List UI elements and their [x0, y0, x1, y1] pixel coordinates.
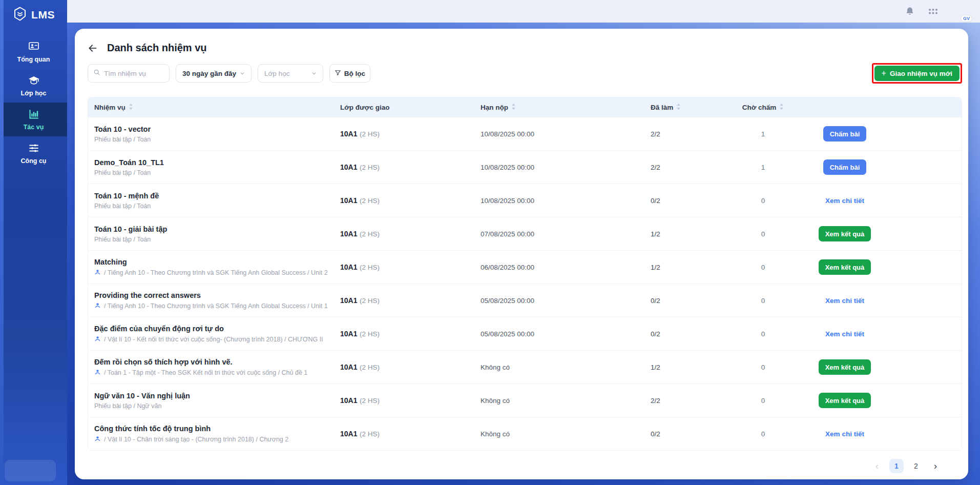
class-size: (2 HS) [360, 130, 380, 138]
view-details-link[interactable]: Xem chi tiết [825, 330, 864, 338]
task-subtitle-text: Phiếu bài tập / Toán [94, 169, 151, 176]
task-subtitle-text: Phiếu bài tập / Toán [94, 203, 151, 210]
grade-button[interactable]: Chấm bài [823, 159, 867, 175]
view-results-button[interactable]: Xem kết quả [819, 226, 871, 241]
user-avatar[interactable]: GV [951, 3, 969, 20]
task-title: Providing the correct answers [94, 291, 335, 299]
pagination-next-icon[interactable]: › [928, 459, 943, 473]
class-filter-dropdown[interactable]: Lớp học [258, 64, 323, 83]
pending-count-cell: 0 [722, 363, 804, 371]
new-task-button-label: Giao nhiệm vụ mới [890, 70, 952, 77]
sort-icon[interactable] [676, 103, 681, 112]
class-name: 10A1 [340, 296, 357, 305]
task-title: Đếm rồi chọn số thích hợp với hình vẽ. [94, 358, 335, 366]
pending-count-cell: 0 [722, 197, 804, 205]
class-cell: 10A1 (2 HS) [335, 196, 472, 205]
app-logo[interactable]: LMS [0, 0, 67, 30]
action-cell: Xem chi tiết [804, 197, 962, 205]
done-count-cell: 0/2 [644, 430, 722, 438]
view-results-button[interactable]: Xem kết quả [819, 393, 871, 408]
class-name: 10A1 [340, 330, 357, 338]
class-cell: 10A1 (2 HS) [335, 262, 472, 272]
date-range-dropdown[interactable]: 30 ngày gần đây [176, 64, 252, 83]
view-details-link[interactable]: Xem chi tiết [825, 197, 864, 205]
task-cell[interactable]: Ngữ văn 10 - Văn nghị luậnPhiếu bài tập … [88, 392, 335, 410]
done-count-cell: 1/2 [644, 230, 722, 238]
task-title: Toán 10 - giải bài tập [94, 225, 335, 233]
sidebar-item-tac-vu[interactable]: Tác vụ [0, 103, 67, 136]
sort-icon[interactable] [779, 103, 784, 112]
table-row: Toán 10 - vectorPhiếu bài tập / Toán10A1… [88, 117, 962, 150]
view-results-button[interactable]: Xem kết quả [819, 359, 871, 375]
view-results-button[interactable]: Xem kết quả [819, 259, 871, 275]
main-content-card: Danh sách nhiệm vụ 30 ngày gần đây Lớp h… [75, 29, 968, 479]
task-subtitle-text: Phiếu bài tập / Ngữ văn [94, 402, 161, 410]
column-header[interactable]: Đã làm [644, 103, 722, 112]
pagination-page-2[interactable]: 2 [909, 459, 923, 473]
task-subtitle: Phiếu bài tập / Toán [94, 236, 335, 243]
class-size: (2 HS) [360, 430, 380, 438]
class-size: (2 HS) [360, 197, 380, 205]
action-cell: Xem chi tiết [804, 330, 962, 338]
task-subtitle-text: Phiếu bài tập / Toán [94, 236, 151, 243]
sort-icon[interactable] [129, 103, 133, 112]
action-cell: Xem kết quả [804, 359, 962, 375]
sidebar-bottom-decoration [5, 460, 56, 481]
view-details-link[interactable]: Xem chi tiết [825, 297, 864, 305]
app-grid-icon[interactable] [928, 8, 938, 15]
class-size: (2 HS) [360, 230, 380, 238]
task-cell[interactable]: Demo_Toán 10_TL1Phiếu bài tập / Toán [88, 158, 335, 176]
task-cell[interactable]: Toán 10 - vectorPhiếu bài tập / Toán [88, 125, 335, 143]
pending-count-cell: 0 [722, 330, 804, 338]
class-cell: 10A1 (2 HS) [335, 296, 472, 305]
pending-count-cell: 0 [722, 297, 804, 305]
class-cell: 10A1 (2 HS) [335, 429, 472, 438]
pagination-page-1[interactable]: 1 [889, 459, 904, 473]
done-count-cell: 1/2 [644, 264, 722, 271]
pending-count-cell: 0 [722, 230, 804, 238]
task-cell[interactable]: Matching/ Tiếng Anh 10 - Theo Chương trì… [88, 258, 335, 277]
column-header[interactable]: Hạn nộp [472, 103, 644, 112]
brand-name: LMS [31, 9, 55, 21]
column-header-label: Chờ chấm [742, 104, 777, 111]
search-input[interactable] [104, 70, 160, 77]
due-date-cell: 10/08/2025 00:00 [472, 164, 644, 171]
task-title: Toán 10 - mệnh đề [94, 192, 335, 200]
task-cell[interactable]: Đặc điểm của chuyển động rơi tự do/ Vật … [88, 325, 335, 343]
new-task-button[interactable]: + Giao nhiệm vụ mới [874, 66, 960, 81]
column-header[interactable]: Chờ chấm [722, 103, 804, 112]
column-header[interactable]: Nhiệm vụ [88, 103, 335, 112]
back-arrow-button[interactable] [88, 43, 98, 53]
grade-button[interactable]: Chấm bài [823, 126, 867, 142]
plus-icon: + [882, 69, 886, 77]
task-cell[interactable]: Toán 10 - giải bài tậpPhiếu bài tập / To… [88, 225, 335, 243]
class-cell: 10A1 (2 HS) [335, 362, 472, 372]
pagination-prev-icon[interactable]: ‹ [870, 459, 884, 473]
task-subtitle: / Tiếng Anh 10 - Theo Chương trình và SG… [94, 302, 335, 310]
pending-count-cell: 1 [722, 164, 804, 171]
task-cell[interactable]: Công thức tính tốc độ trung bình/ Vật lí… [88, 425, 335, 443]
view-details-link[interactable]: Xem chi tiết [825, 430, 864, 438]
assignee-person-icon [94, 435, 101, 443]
task-cell[interactable]: Providing the correct answers/ Tiếng Anh… [88, 291, 335, 310]
sidebar-item-tong-quan[interactable]: Tổng quan [0, 35, 67, 69]
task-cell[interactable]: Đếm rồi chọn số thích hợp với hình vẽ./ … [88, 358, 335, 377]
sidebar-item-cong-cu[interactable]: Công cụ [0, 136, 67, 170]
due-date-cell: 10/08/2025 00:00 [472, 197, 644, 205]
sort-icon[interactable] [511, 103, 516, 112]
sidebar-nav: Tổng quanLớp họcTác vụCông cụ [0, 35, 67, 170]
task-title: Matching [94, 258, 335, 266]
sidebar-item-label: Tác vụ [24, 124, 44, 131]
pending-count-cell: 0 [722, 430, 804, 438]
sidebar-item-label: Tổng quan [17, 56, 50, 63]
task-cell[interactable]: Toán 10 - mệnh đềPhiếu bài tập / Toán [88, 192, 335, 210]
sidebar-item-label: Lớp học [21, 90, 47, 97]
filters-button[interactable]: Bộ lọc [329, 64, 370, 83]
chevron-down-icon [240, 70, 245, 77]
class-name: 10A1 [340, 396, 357, 405]
task-title: Đặc điểm của chuyển động rơi tự do [94, 325, 335, 333]
search-task-field[interactable] [88, 64, 170, 83]
notifications-bell-icon[interactable] [905, 6, 915, 16]
task-title: Ngữ văn 10 - Văn nghị luận [94, 392, 335, 400]
sidebar-item-lop-hoc[interactable]: Lớp học [0, 69, 67, 103]
